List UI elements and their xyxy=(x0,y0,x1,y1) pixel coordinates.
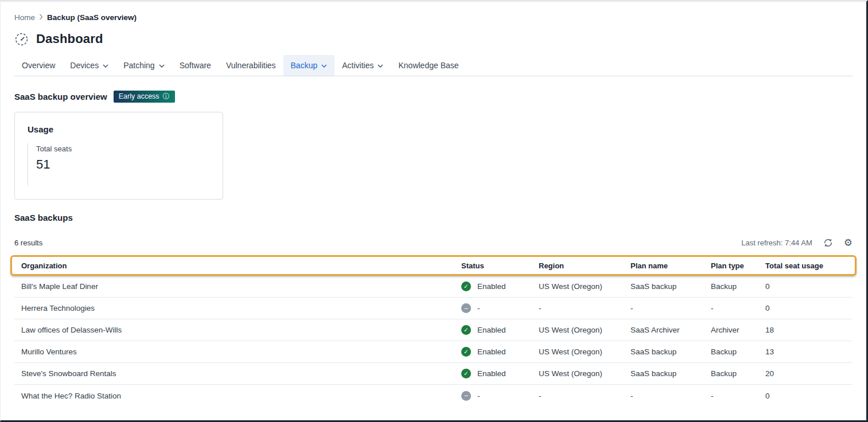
plan-type-cell: Archiver xyxy=(704,326,758,334)
saas-backups-heading: SaaS backups xyxy=(14,213,853,222)
tab-overview[interactable]: Overview xyxy=(14,55,63,76)
total-seat-usage-cell: 0 xyxy=(758,282,853,291)
status-cell: ✓ Enabled xyxy=(454,325,532,335)
gear-icon[interactable]: ⚙ xyxy=(844,238,853,248)
breadcrumb-home-link[interactable]: Home xyxy=(14,13,35,22)
total-seats-metric: Total seats 51 xyxy=(28,143,210,186)
status-enabled-icon: ✓ xyxy=(461,282,471,291)
tab-knowledge-base[interactable]: Knowledge Base xyxy=(391,55,466,76)
status-cell: − - xyxy=(454,303,532,313)
total-seat-usage-cell: 20 xyxy=(758,369,853,378)
chevron-down-icon xyxy=(377,64,383,68)
table-row[interactable]: Law offices of Delassen-Wills ✓ Enabled … xyxy=(14,319,853,341)
chevron-down-icon xyxy=(159,64,165,68)
plan-name-cell: SaaS backup xyxy=(624,282,704,291)
saas-backup-overview-header: SaaS backup overview Early access ⓘ xyxy=(14,91,853,103)
table-toolbar: 6 results Last refresh: 7:44 AM ⚙ xyxy=(14,238,853,248)
tab-devices[interactable]: Devices xyxy=(63,55,116,76)
table-row[interactable]: Murillo Ventures ✓ Enabled US West (Oreg… xyxy=(14,341,853,363)
organization-cell: Law offices of Delassen-Wills xyxy=(14,326,454,334)
status-cell: ✓ Enabled xyxy=(454,347,532,357)
table-header-row: Organization Status Region Plan name Pla… xyxy=(14,257,853,274)
plan-name-cell: - xyxy=(624,392,704,400)
chevron-down-icon xyxy=(103,64,108,68)
plan-name-cell: - xyxy=(624,304,704,312)
saas-backups-table: Bill's Maple Leaf Diner ✓ Enabled US Wes… xyxy=(14,276,853,407)
status-enabled-icon: ✓ xyxy=(461,347,471,357)
plan-type-cell: - xyxy=(704,392,758,400)
section-heading: SaaS backup overview xyxy=(14,92,107,101)
chevron-down-icon xyxy=(321,64,327,68)
status-enabled-icon: ✓ xyxy=(461,325,471,335)
organization-cell: What the Hec? Radio Station xyxy=(14,392,454,400)
page-header: Dashboard xyxy=(14,32,853,46)
refresh-icon[interactable] xyxy=(823,238,833,248)
tab-vulnerabilities[interactable]: Vulnerabilities xyxy=(219,55,283,76)
plan-name-cell: SaaS Archiver xyxy=(624,326,704,334)
status-label: - xyxy=(477,392,480,400)
table-row[interactable]: What the Hec? Radio Station − - - - - 0 xyxy=(14,385,853,407)
status-cell: − - xyxy=(454,391,532,401)
organization-cell: Herrera Technologies xyxy=(14,304,454,312)
organization-cell: Murillo Ventures xyxy=(14,347,454,356)
status-label: Enabled xyxy=(477,347,506,356)
usage-card-title: Usage xyxy=(28,124,210,134)
status-label: Enabled xyxy=(477,282,506,291)
plan-type-cell: Backup xyxy=(704,282,758,291)
column-header-total-seat-usage[interactable]: Total seat usage xyxy=(758,261,853,270)
page-title: Dashboard xyxy=(36,32,103,46)
tab-patching[interactable]: Patching xyxy=(116,55,172,76)
column-header-region[interactable]: Region xyxy=(532,261,624,270)
column-header-status[interactable]: Status xyxy=(454,261,532,270)
region-cell: - xyxy=(532,304,624,312)
tab-bar: Overview Devices Patching Software Vulne… xyxy=(14,55,853,76)
tab-activities[interactable]: Activities xyxy=(334,55,391,76)
app-window: Home Backup (SaaS overview) Dashboard Ov… xyxy=(0,0,868,422)
total-seat-usage-cell: 0 xyxy=(758,304,853,312)
organization-cell: Bill's Maple Leaf Diner xyxy=(14,282,454,291)
status-enabled-icon: ✓ xyxy=(461,369,471,378)
breadcrumb-chevron-icon xyxy=(39,14,43,20)
last-refresh-label: Last refresh: 7:44 AM xyxy=(741,239,812,247)
status-cell: ✓ Enabled xyxy=(454,369,532,378)
table-row[interactable]: Bill's Maple Leaf Diner ✓ Enabled US Wes… xyxy=(14,276,853,298)
plan-type-cell: Backup xyxy=(704,369,758,378)
table-row[interactable]: Herrera Technologies − - - - - 0 xyxy=(14,298,853,319)
breadcrumb: Home Backup (SaaS overview) xyxy=(14,13,853,22)
header-highlight-annotation: Organization Status Region Plan name Pla… xyxy=(10,255,857,276)
total-seat-usage-cell: 0 xyxy=(758,392,853,400)
total-seat-usage-cell: 13 xyxy=(758,347,853,356)
status-none-icon: − xyxy=(461,391,471,401)
breadcrumb-current: Backup (SaaS overview) xyxy=(47,13,137,22)
status-label: - xyxy=(477,304,480,312)
plan-type-cell: Backup xyxy=(704,347,758,356)
usage-card: Usage Total seats 51 xyxy=(14,112,223,200)
column-header-plan-name[interactable]: Plan name xyxy=(624,261,704,270)
total-seat-usage-cell: 18 xyxy=(758,326,853,334)
region-cell: US West (Oregon) xyxy=(532,326,624,334)
plan-name-cell: SaaS backup xyxy=(624,347,704,356)
metric-label: Total seats xyxy=(36,144,210,153)
early-access-badge: Early access ⓘ xyxy=(114,91,175,103)
info-icon[interactable]: ⓘ xyxy=(163,93,170,100)
region-cell: US West (Oregon) xyxy=(532,347,624,356)
organization-cell: Steve's Snowboard Rentals xyxy=(14,369,454,378)
plan-type-cell: - xyxy=(704,304,758,312)
region-cell: - xyxy=(532,392,624,400)
dashboard-gauge-icon xyxy=(14,32,29,46)
region-cell: US West (Oregon) xyxy=(532,369,624,378)
plan-name-cell: SaaS backup xyxy=(624,369,704,378)
metric-value: 51 xyxy=(36,157,210,172)
status-cell: ✓ Enabled xyxy=(454,282,532,291)
column-header-organization[interactable]: Organization xyxy=(14,261,454,270)
tab-backup[interactable]: Backup xyxy=(283,55,335,76)
table-row[interactable]: Steve's Snowboard Rentals ✓ Enabled US W… xyxy=(14,363,853,385)
status-label: Enabled xyxy=(477,369,506,378)
status-label: Enabled xyxy=(477,326,506,334)
results-count: 6 results xyxy=(14,239,42,247)
column-header-plan-type[interactable]: Plan type xyxy=(704,261,758,270)
region-cell: US West (Oregon) xyxy=(532,282,624,291)
status-none-icon: − xyxy=(461,303,471,313)
tab-software[interactable]: Software xyxy=(172,55,219,76)
